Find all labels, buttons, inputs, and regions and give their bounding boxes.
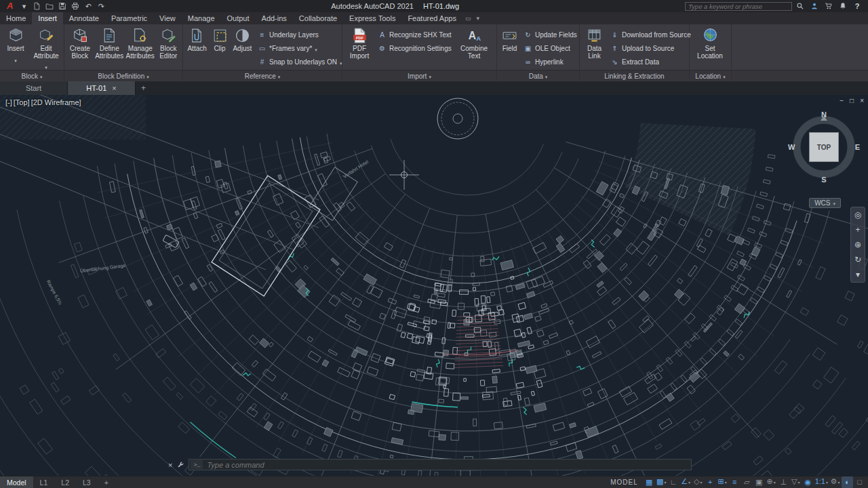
layout-tab-l2[interactable]: L2	[54, 476, 76, 488]
grid-icon[interactable]: ▦	[644, 476, 655, 488]
underlay-layers-button[interactable]: ≡ Underlay Layers	[255, 28, 340, 41]
chevron-down-icon[interactable]: ▾	[837, 481, 840, 485]
snap-to-underlays-dropdown[interactable]: # Snap to Underlays ON	[255, 55, 340, 68]
panel-footer-block[interactable]: Block	[0, 70, 64, 81]
polar-tracking-icon[interactable]: ∠▾	[680, 476, 692, 488]
command-input[interactable]	[203, 461, 691, 469]
autocad-logo[interactable]: A	[4, 0, 16, 12]
extract-data-button[interactable]: ⇘ Extract Data	[608, 55, 688, 68]
tab-view[interactable]: View	[153, 12, 182, 24]
new-layout-button[interactable]: +	[98, 476, 115, 488]
navigation-wheel-icon[interactable]: ◎	[854, 210, 861, 220]
isometric-drafting-icon[interactable]: ◇▾	[692, 476, 704, 488]
chevron-down-icon[interactable]: ▾	[664, 481, 666, 485]
model-tab[interactable]: Model	[0, 476, 33, 488]
notifications-icon[interactable]	[839, 2, 847, 10]
set-location-button[interactable]: Set Location	[691, 26, 729, 69]
layout-tab-l3[interactable]: L3	[76, 476, 98, 488]
view-control[interactable]: [Top]	[14, 98, 30, 106]
panel-footer-linking-extraction[interactable]: Linking & Extraction	[580, 70, 689, 81]
viewcube-east[interactable]: E	[855, 143, 860, 151]
nav-more-icon[interactable]: ▾	[856, 270, 860, 279]
model-space-badge[interactable]: MODEL	[610, 479, 638, 486]
app-store-icon[interactable]	[825, 2, 833, 10]
tab-parametric[interactable]: Parametric	[105, 12, 153, 24]
ortho-icon[interactable]: ∟	[668, 476, 679, 488]
chevron-down-icon[interactable]: ▾	[774, 481, 776, 485]
close-icon[interactable]: ×	[168, 461, 172, 469]
viewcube[interactable]: N S W E TOP	[787, 110, 861, 184]
edit-attribute-button[interactable]: Edit Attribute	[30, 26, 62, 69]
panel-footer-import[interactable]: Import	[342, 70, 496, 81]
minimize-viewport-icon[interactable]	[840, 97, 844, 104]
object-snap-icon[interactable]: ⊞▾	[717, 476, 728, 488]
tab-express-tools[interactable]: Express Tools	[343, 12, 401, 24]
viewport-menu-control[interactable]: [-]	[5, 98, 12, 106]
ole-object-button[interactable]: ▣ OLE Object	[521, 41, 578, 55]
sign-in-icon[interactable]	[810, 2, 818, 10]
close-icon[interactable]	[112, 84, 116, 92]
hyperlink-button[interactable]: ∞ Hyperlink	[521, 55, 578, 68]
tab-featured-apps[interactable]: Featured Apps	[401, 12, 462, 24]
dynamic-ucs-icon[interactable]: ⊥	[778, 476, 789, 488]
viewcube-north[interactable]: N	[821, 110, 827, 119]
search-input[interactable]	[688, 3, 789, 10]
update-fields-button[interactable]: ↻ Update Fields	[521, 28, 578, 41]
field-button[interactable]: Field	[498, 26, 521, 69]
visual-style-control[interactable]: [2D Wireframe]	[31, 98, 81, 106]
tab-output[interactable]: Output	[221, 12, 256, 24]
panel-footer-block-definition[interactable]: Block Definition	[64, 70, 182, 81]
tab-home[interactable]: Home	[0, 12, 32, 24]
frames-dropdown[interactable]: ▭ *Frames vary*	[255, 41, 340, 55]
chevron-down-icon[interactable]: ▾	[725, 481, 727, 485]
selection-cycling-icon[interactable]: ▣	[753, 476, 765, 488]
pdf-import-button[interactable]: PDF PDF Import	[344, 26, 375, 69]
chevron-down-icon[interactable]: ▾	[826, 481, 828, 485]
tab-addins[interactable]: Add-ins	[256, 12, 293, 24]
viewcube-south[interactable]: S	[821, 176, 826, 184]
file-tab-start[interactable]: Start	[0, 81, 68, 95]
command-bar[interactable]: >_	[189, 459, 692, 470]
app-menu-caret-icon[interactable]: ▾	[20, 2, 28, 10]
panel-footer-reference[interactable]: Reference	[183, 70, 342, 81]
data-link-button[interactable]: Data Link	[581, 26, 608, 69]
selection-filtering-icon[interactable]: ▽▾	[790, 476, 802, 488]
close-viewport-icon[interactable]	[860, 97, 864, 104]
snap-mode-icon[interactable]: ▩▾	[656, 476, 667, 488]
viewcube-west[interactable]: W	[788, 143, 795, 151]
chevron-down-icon[interactable]: ▾	[700, 481, 702, 485]
chevron-down-icon[interactable]: ▾	[688, 481, 690, 485]
3d-object-snap-icon[interactable]: ⊕▾	[766, 476, 777, 488]
adjust-button[interactable]: Adjust	[230, 26, 255, 69]
viewcube-top-face[interactable]: TOP	[809, 132, 839, 162]
annotation-scale[interactable]: 1:1▾	[814, 476, 829, 488]
object-snap-tracking-icon[interactable]: +	[705, 476, 716, 488]
tab-annotate[interactable]: Annotate	[63, 12, 105, 24]
insert-button[interactable]: Insert	[1, 26, 30, 69]
lineweight-icon[interactable]: ≡	[729, 476, 741, 488]
tab-manage[interactable]: Manage	[182, 12, 221, 24]
layout-tab-l1[interactable]: L1	[33, 476, 55, 488]
recognition-settings-button[interactable]: ⚙ Recognition Settings	[375, 41, 458, 55]
upload-to-source-button[interactable]: ⇑ Upload to Source	[608, 41, 688, 55]
orbit-icon[interactable]: ↻	[854, 255, 861, 264]
workspace-switching-icon[interactable]: ⚙▾	[829, 476, 841, 488]
tab-insert[interactable]: Insert	[32, 12, 63, 24]
attach-button[interactable]: Attach	[184, 26, 210, 69]
pan-icon[interactable]: +	[855, 225, 860, 235]
help-icon[interactable]: ?	[853, 2, 861, 10]
download-from-source-button[interactable]: ⇓ Download from Source	[608, 28, 688, 41]
panel-footer-location[interactable]: Location	[690, 70, 731, 81]
ribbon-options-icon[interactable]: ▭	[462, 12, 474, 24]
transparency-icon[interactable]: ▱	[741, 476, 753, 488]
customize-wrench-icon[interactable]	[176, 461, 184, 469]
open-file-icon[interactable]	[45, 2, 54, 10]
create-block-button[interactable]: Create Block	[66, 26, 94, 69]
restore-viewport-icon[interactable]	[850, 97, 854, 104]
ucs-selector[interactable]: WCS	[809, 198, 841, 208]
new-file-icon[interactable]	[33, 2, 41, 10]
manage-attributes-button[interactable]: Manage Attributes	[125, 26, 155, 69]
define-attributes-button[interactable]: Define Attributes	[94, 26, 125, 69]
recognize-shx-text-button[interactable]: A Recognize SHX Text	[375, 28, 458, 41]
tab-collaborate[interactable]: Collaborate	[293, 12, 343, 24]
